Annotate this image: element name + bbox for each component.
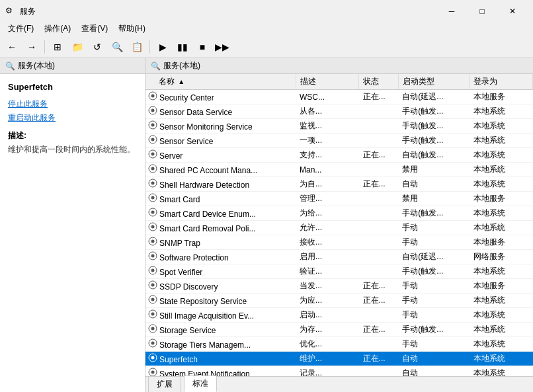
service-login: 本地系统 [470,163,533,177]
table-row[interactable]: SSDP Discovery当发...正在...手动本地服务 [145,279,533,294]
search-icon-right: 🔍 [151,61,161,71]
col-header-desc[interactable]: 描述 [296,74,359,90]
table-row[interactable]: Smart Card Removal Poli...允许...手动本地系统 [145,221,533,235]
service-startup: 自动 [398,352,470,366]
table-row[interactable]: State Repository Service为应...正在...手动本地系统 [145,294,533,308]
toolbar: ← → ⊞ 📁 ↺ 🔍 📋 ▶ ▮▮ ■ ▶▶ [0,36,533,58]
window-controls: ─ □ ✕ [436,1,528,22]
folder-button[interactable]: 📁 [68,38,87,56]
service-desc: 为应... [296,294,359,308]
table-row[interactable]: Software Protection启用...自动(延迟...网络服务 [145,250,533,264]
svg-point-37 [151,356,155,360]
forward-button[interactable]: → [22,38,41,56]
service-icon [148,164,157,173]
table-row[interactable]: Storage Tiers Managem...优化...手动本地系统 [145,337,533,352]
service-status: 正在... [359,323,399,337]
service-desc: 管理... [296,192,359,206]
service-desc: 启用... [296,250,359,264]
svg-point-35 [151,342,155,345]
service-startup: 手动 [398,308,470,323]
table-row[interactable]: Security CenterWSC...正在...自动(延迟...本地服务 [145,90,533,104]
table-row[interactable]: Server支持...正在...自动(触发...本地系统 [145,148,533,163]
service-name: Shared PC Account Mana... [159,166,257,175]
service-status [359,337,399,352]
menu-file[interactable]: 文件(F) [3,22,39,36]
col-header-name[interactable]: 名称 ▲ [145,74,296,90]
service-icon [148,295,157,304]
service-desc: Man... [296,163,359,177]
service-name: Smart Card Removal Poli... [159,224,255,233]
tab-expand[interactable]: 扩展 [148,376,181,392]
service-login: 本地系统 [470,177,533,192]
table-row[interactable]: Superfetch维护...正在...自动本地系统 [145,352,533,366]
service-desc: 从各... [296,104,359,119]
minimize-button[interactable]: ─ [436,1,467,22]
tab-standard[interactable]: 标准 [184,375,217,392]
service-status [359,206,399,221]
search-button[interactable]: 🔍 [108,38,126,56]
right-search-bar: 🔍 服务(本地) [145,58,533,73]
service-startup: 手动(触发... [398,134,470,148]
table-row[interactable]: Sensor Data Service从各...手动(触发...本地系统 [145,104,533,119]
table-row[interactable]: Smart Card Device Enum...为给...手动(触发...本地… [145,206,533,221]
restart-button[interactable]: ▶▶ [213,38,231,56]
service-login: 本地服务 [470,90,533,104]
play-button[interactable]: ▶ [153,38,172,56]
table-row[interactable]: Sensor Monitoring Service监视...手动(触发...本地… [145,119,533,134]
table-row[interactable]: Spot Verifier验证...手动(触发...本地系统 [145,264,533,279]
svg-point-9 [151,153,155,156]
service-status [359,104,399,119]
up-button[interactable]: ⊞ [48,38,67,56]
col-header-login[interactable]: 登录为 [470,74,533,90]
properties-button[interactable]: 📋 [128,38,146,56]
table-row[interactable]: Still Image Acquisition Ev...启动...手动本地系统 [145,308,533,323]
service-icon [148,309,157,319]
menu-help[interactable]: 帮助(H) [113,22,151,36]
service-login: 本地系统 [470,294,533,308]
restart-service-link[interactable]: 重启动此服务 [8,112,137,124]
selected-service-title: Superfetch [8,82,137,92]
table-row[interactable]: Smart Card管理...禁用本地服务 [145,192,533,206]
bottom-tabs: 扩展 标准 [145,376,533,392]
service-desc: 验证... [296,264,359,279]
service-icon [148,237,157,246]
back-button[interactable]: ← [3,38,21,56]
table-row[interactable]: System Event Notification记录...自动本地系统 [145,366,533,377]
service-desc: 监视... [296,119,359,134]
toolbar-separator-1 [44,40,45,54]
service-icon [148,135,157,144]
service-icon [148,120,157,130]
table-row[interactable]: Storage Service为存...正在...手动(触发...本地系统 [145,323,533,337]
close-button[interactable]: ✕ [497,1,528,22]
refresh-button[interactable]: ↺ [88,38,106,56]
stop-service-link[interactable]: 停止此服务 [8,98,137,110]
svg-point-21 [151,240,155,243]
service-desc: 一项... [296,134,359,148]
table-row[interactable]: Shell Hardware Detection为自...正在...自动本地系统 [145,177,533,192]
service-login: 本地系统 [470,264,533,279]
stop-button[interactable]: ■ [193,38,212,56]
service-desc: 允许... [296,221,359,235]
menu-action[interactable]: 操作(A) [39,22,76,36]
service-name: Storage Tiers Managem... [159,340,251,350]
col-header-startup[interactable]: 启动类型 [398,74,470,90]
services-table[interactable]: 名称 ▲ 描述 状态 启动类型 登录为 Security CenterWSC..… [145,74,533,376]
service-icon [148,149,157,159]
service-login: 本地系统 [470,352,533,366]
table-row[interactable]: Sensor Service一项...手动(触发...本地系统 [145,134,533,148]
content-area: Superfetch 停止此服务 重启动此服务 描述: 维护和提高一段时间内的系… [0,74,533,392]
service-icon [148,178,157,188]
table-row[interactable]: SNMP Trap接收...手动本地服务 [145,235,533,250]
service-startup: 禁用 [398,192,470,206]
col-header-status[interactable]: 状态 [359,74,399,90]
svg-point-13 [151,182,155,185]
maximize-button[interactable]: □ [467,1,497,22]
menu-view[interactable]: 查看(V) [76,22,113,36]
service-status: 正在... [359,177,399,192]
service-login: 本地系统 [470,134,533,148]
pause-button[interactable]: ▮▮ [173,38,192,56]
description-text: 维护和提高一段时间内的系统性能。 [8,144,137,155]
table-row[interactable]: Shared PC Account Mana...Man...禁用本地系统 [145,163,533,177]
service-name: Shell Hardware Detection [159,180,249,190]
svg-point-23 [151,255,155,258]
